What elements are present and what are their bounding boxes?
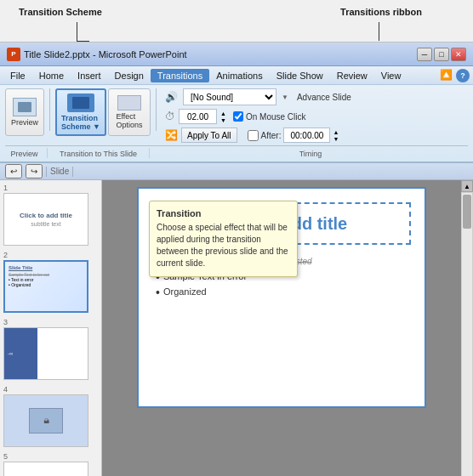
slide-3-content: -∞ bbox=[4, 328, 88, 379]
transition-scheme-label: TransitionScheme ▼ bbox=[61, 114, 100, 131]
apply-to-all-button[interactable]: Apply To All bbox=[181, 128, 237, 143]
menu-bar: File Home Insert Design Transitions Anim… bbox=[0, 66, 473, 85]
minimize-button[interactable]: ─ bbox=[417, 48, 432, 61]
scroll-thumb[interactable] bbox=[463, 195, 471, 229]
transition-scheme-annotation: Transition Scheme bbox=[19, 7, 102, 17]
duration-icon: ⏱ bbox=[165, 110, 175, 122]
editor-area: Transition Choose a special effect that … bbox=[102, 180, 461, 476]
undo-button[interactable]: ↩ bbox=[5, 164, 22, 178]
effect-options-label: EffectOptions bbox=[116, 112, 142, 129]
bullet-text-2: Organized bbox=[163, 286, 207, 297]
on-mouse-click-checkbox[interactable] bbox=[233, 111, 243, 122]
maximize-button[interactable]: □ bbox=[434, 48, 449, 61]
effect-options-icon bbox=[117, 95, 141, 110]
slide-num-5: 5 bbox=[3, 452, 98, 461]
tooltip-text: Choose a special effect that will be app… bbox=[157, 222, 290, 269]
after-label: After: bbox=[261, 131, 282, 140]
slide-canvas: Transition Choose a special effect that … bbox=[137, 187, 426, 408]
slide-thumb-3[interactable]: 3 -∞ bbox=[3, 318, 98, 380]
menu-transitions[interactable]: Transitions bbox=[151, 69, 209, 82]
tooltip-title: Transition bbox=[157, 208, 290, 218]
duration-input[interactable] bbox=[179, 109, 217, 124]
slide-1-content: Click to add title subtitle text bbox=[20, 212, 72, 227]
vertical-scrollbar[interactable]: ▲ ▼ bbox=[461, 180, 473, 476]
close-button[interactable]: ✕ bbox=[451, 48, 466, 61]
slide-image-1[interactable]: Click to add title subtitle text bbox=[3, 193, 88, 246]
redo-button[interactable]: ↪ bbox=[26, 164, 43, 178]
slide-image-2[interactable]: Slide Title Sample Text to be cut • Text… bbox=[3, 260, 88, 313]
transition-scheme-button[interactable]: TransitionScheme ▼ bbox=[55, 88, 106, 136]
slide-num-3: 3 bbox=[3, 318, 98, 326]
slide-thumb-2[interactable]: 2 Slide Title Sample Text to be cut • Te… bbox=[3, 251, 98, 313]
slide-num-1: 1 bbox=[3, 184, 98, 192]
after-checkbox[interactable] bbox=[248, 130, 259, 141]
tooltip-box: Transition Choose a special effect that … bbox=[149, 201, 298, 277]
slide-thumb-5[interactable]: 5 bbox=[3, 452, 98, 476]
transitions-ribbon-annotation: Transitions ribbon bbox=[340, 7, 422, 17]
bullet-2: • bbox=[156, 286, 160, 298]
slide-thumb-4[interactable]: 4 🏔 bbox=[3, 385, 98, 447]
menu-design[interactable]: Design bbox=[108, 69, 151, 82]
transition-scheme-icon bbox=[67, 94, 94, 112]
slide-panel: 1 Click to add title subtitle text 2 Sli… bbox=[0, 180, 102, 476]
slide-thumb-1[interactable]: 1 Click to add title subtitle text bbox=[3, 184, 98, 246]
bullet-item-2: • Organized bbox=[156, 286, 407, 298]
main-area: 1 Click to add title subtitle text 2 Sli… bbox=[0, 180, 473, 476]
menu-file[interactable]: File bbox=[3, 69, 32, 82]
scroll-up-button[interactable]: ▲ bbox=[461, 180, 473, 192]
menu-review[interactable]: Review bbox=[330, 69, 374, 82]
sound-select[interactable]: [No Sound] bbox=[183, 88, 276, 105]
effect-options-button[interactable]: EffectOptions bbox=[108, 88, 151, 136]
title-text: Title Slide2.pptx - Microsoft PowerPoint bbox=[24, 49, 187, 60]
slide-image-4[interactable]: 🏔 bbox=[3, 394, 88, 447]
timing-section-label: Timing bbox=[299, 150, 322, 158]
preview-button[interactable]: Preview bbox=[5, 88, 44, 136]
slide-image-3[interactable]: -∞ bbox=[3, 327, 88, 380]
transition-section-label: Transition to This Slide bbox=[60, 150, 137, 158]
menu-animations[interactable]: Animations bbox=[209, 69, 269, 82]
menu-home[interactable]: Home bbox=[32, 69, 71, 82]
ppt-icon: P bbox=[7, 48, 20, 61]
sound-icon: 🔊 bbox=[165, 91, 178, 103]
title-bar: P Title Slide2.pptx - Microsoft PowerPoi… bbox=[0, 42, 473, 66]
sound-dropdown-arrow[interactable]: ▼ bbox=[282, 94, 288, 101]
quick-access-toolbar: ↩ ↪ Slide bbox=[0, 163, 473, 180]
on-mouse-click-label: On Mouse Click bbox=[246, 112, 306, 122]
slide-num-4: 4 bbox=[3, 385, 98, 394]
slide-num-2: 2 bbox=[3, 251, 98, 259]
menu-insert[interactable]: Insert bbox=[71, 69, 108, 82]
duration-spinners[interactable]: ▲ ▼ bbox=[220, 110, 226, 123]
slide-2-content: Slide Title Sample Text to be cut • Text… bbox=[5, 262, 87, 311]
slide-label: Slide bbox=[50, 167, 69, 176]
apply-all-icon: 🔀 bbox=[165, 129, 178, 141]
after-input[interactable] bbox=[283, 128, 330, 143]
after-spinners[interactable]: ▲ ▼ bbox=[333, 129, 339, 142]
window-controls-icon[interactable]: 🔼 bbox=[440, 69, 453, 82]
menu-view[interactable]: View bbox=[374, 69, 408, 82]
scroll-track bbox=[462, 193, 472, 476]
menu-slideshow[interactable]: Slide Show bbox=[270, 69, 330, 82]
ribbon: Preview TransitionScheme ▼ EffectOptions… bbox=[0, 85, 473, 163]
slide-5-content bbox=[4, 462, 88, 476]
slide-image-5[interactable] bbox=[3, 462, 88, 476]
slide-4-content: 🏔 bbox=[4, 395, 88, 446]
preview-icon bbox=[13, 98, 37, 116]
advance-slide-label: Advance Slide bbox=[297, 93, 351, 102]
preview-section-label: Preview bbox=[10, 150, 37, 158]
preview-label: Preview bbox=[11, 118, 38, 127]
help-button[interactable]: ? bbox=[456, 69, 470, 82]
